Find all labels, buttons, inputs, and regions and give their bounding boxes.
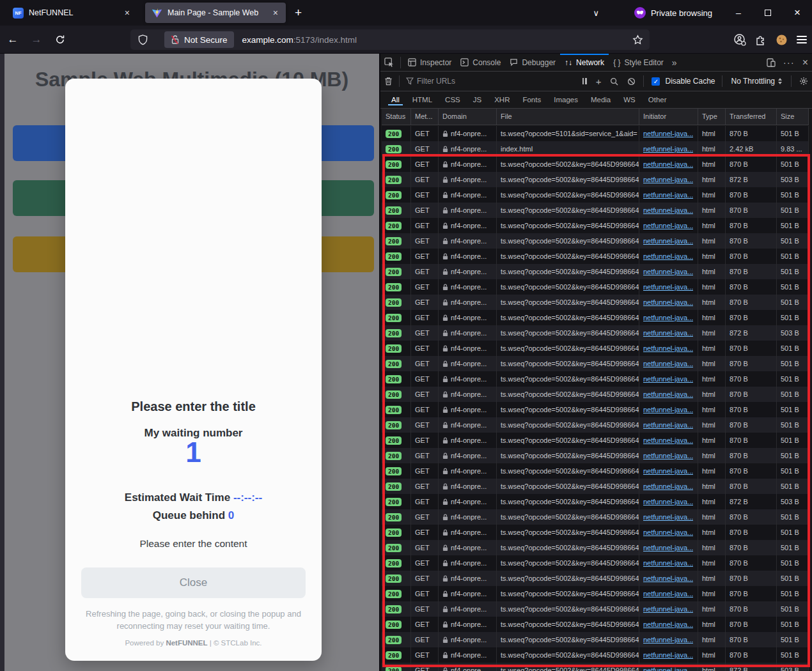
col-type[interactable]: Type	[698, 109, 726, 125]
col-transferred[interactable]: Transferred	[726, 109, 777, 125]
url-bar[interactable]: Not Secure example.com:5173/index.html	[130, 29, 650, 50]
table-row[interactable]: 200 GET nf4-onpre... ts.wseq?opcode=5002…	[382, 387, 809, 402]
filter-css[interactable]: CSS	[439, 93, 466, 106]
initiator-link[interactable]: netfunnel-java...	[643, 586, 693, 601]
node-picker-icon[interactable]	[380, 54, 398, 72]
col-size[interactable]: Size	[777, 109, 809, 125]
table-row[interactable]: 200 GET nf4-onpre... ts.wseq?opcode=5002…	[382, 601, 809, 617]
disable-cache-checkbox[interactable]: ✓	[648, 72, 664, 90]
table-row[interactable]: 200 GET nf4-onpre... ts.wseq?opcode=5101…	[382, 126, 809, 141]
back-button[interactable]: ←	[2, 29, 24, 50]
shield-icon[interactable]	[138, 35, 148, 45]
table-row[interactable]: 200 GET nf4-onpre... ts.wseq?opcode=5002…	[382, 479, 809, 494]
tab-close-icon[interactable]: ×	[123, 8, 131, 18]
initiator-link[interactable]: netfunnel-java...	[643, 417, 693, 433]
pause-icon[interactable]	[579, 72, 591, 90]
col-file[interactable]: File	[497, 109, 639, 125]
table-row[interactable]: 200 GET nf4-onpre... ts.wseq?opcode=5002…	[382, 218, 809, 233]
initiator-link[interactable]: netfunnel-java...	[643, 647, 693, 663]
table-row[interactable]: 200 GET nf4-onpre... ts.wseq?opcode=5002…	[382, 555, 809, 571]
filter-fonts[interactable]: Fonts	[517, 93, 547, 106]
maximize-button[interactable]	[753, 0, 783, 26]
extensions-puzzle-icon[interactable]	[755, 34, 767, 45]
col-method[interactable]: Met...	[411, 109, 439, 125]
table-row[interactable]: 200 GET nf4-onpre... ts.wseq?opcode=5002…	[382, 157, 809, 172]
initiator-link[interactable]: netfunnel-java...	[643, 555, 693, 571]
col-domain[interactable]: Domain	[439, 109, 497, 125]
initiator-link[interactable]: netfunnel-java...	[643, 448, 693, 463]
table-row[interactable]: 200 GET nf4-onpre... ts.wseq?opcode=5002…	[382, 448, 809, 463]
close-button[interactable]: Close	[81, 567, 306, 598]
tab-style-editor[interactable]: { } Style Editor	[609, 54, 668, 72]
initiator-link[interactable]: netfunnel-java...	[643, 494, 693, 509]
filter-ws[interactable]: WS	[618, 93, 641, 106]
block-icon[interactable]	[623, 72, 639, 90]
initiator-link[interactable]: netfunnel-java...	[643, 295, 693, 310]
initiator-link[interactable]: netfunnel-java...	[643, 218, 693, 233]
initiator-link[interactable]: netfunnel-java...	[643, 402, 693, 417]
table-row[interactable]: 200 GET nf4-onpre... ts.wseq?opcode=5002…	[382, 233, 809, 249]
initiator-link[interactable]: netfunnel-java...	[643, 126, 693, 141]
table-row[interactable]: 200 GET nf4-onpre... ts.wseq?opcode=5002…	[382, 371, 809, 387]
initiator-link[interactable]: netfunnel-java...	[643, 479, 693, 494]
table-row[interactable]: 200 GET nf4-onpre... ts.wseq?opcode=5002…	[382, 356, 809, 371]
col-status[interactable]: Status	[382, 109, 411, 125]
table-row[interactable]: 200 GET nf4-onpre... ts.wseq?opcode=5002…	[382, 295, 809, 310]
table-row[interactable]: 200 GET nf4-onpre... ts.wseq?opcode=5002…	[382, 525, 809, 540]
table-row[interactable]: 200 GET nf4-onpre... ts.wseq?opcode=5002…	[382, 509, 809, 525]
bookmark-star-icon[interactable]	[632, 35, 643, 45]
forward-button[interactable]: →	[26, 29, 47, 50]
initiator-link[interactable]: netfunnel-java...	[643, 279, 693, 295]
table-row[interactable]: 200 GET nf4-onpre... ts.wseq?opcode=5002…	[382, 571, 809, 586]
tab-main-page[interactable]: Main Page - Sample Web ×	[145, 3, 286, 23]
table-row[interactable]: 200 GET nf4-onpre... ts.wseq?opcode=5002…	[382, 417, 809, 433]
filter-js[interactable]: JS	[467, 93, 487, 106]
initiator-link[interactable]: netfunnel-java...	[643, 571, 693, 586]
table-row[interactable]: 200 GET nf4-onpre... ts.wseq?opcode=5002…	[382, 632, 809, 647]
menu-hamburger-icon[interactable]	[797, 34, 807, 45]
table-row[interactable]: 200 GET nf4-onpre... ts.wseq?opcode=5002…	[382, 341, 809, 356]
tab-network[interactable]: ↑↓ Network	[560, 54, 609, 72]
tab-close-icon[interactable]: ×	[272, 8, 279, 18]
initiator-link[interactable]: netfunnel-java...	[643, 187, 693, 203]
initiator-link[interactable]: netfunnel-java...	[643, 310, 693, 325]
table-row[interactable]: 200 GET nf4-onpre... ts.wseq?opcode=5002…	[382, 617, 809, 632]
col-initiator[interactable]: Initiator	[639, 109, 698, 125]
initiator-link[interactable]: netfunnel-java...	[643, 433, 693, 448]
initiator-link[interactable]: netfunnel-java...	[643, 617, 693, 632]
initiator-link[interactable]: netfunnel-java...	[643, 371, 693, 387]
initiator-link[interactable]: netfunnel-java...	[643, 601, 693, 617]
search-icon[interactable]	[606, 72, 622, 90]
table-row[interactable]: 200 GET nf4-onpre... ts.wseq?opcode=5002…	[382, 402, 809, 417]
more-tabs-chevron-icon[interactable]: »	[668, 54, 681, 72]
table-row[interactable]: 200 GET nf4-onpre... ts.wseq?opcode=5002…	[382, 647, 809, 663]
table-row[interactable]: 200 GET nf4-onpre... ts.wseq?opcode=5002…	[382, 249, 809, 264]
filter-images[interactable]: Images	[548, 93, 584, 106]
devtools-close-icon[interactable]: ×	[799, 54, 812, 72]
initiator-link[interactable]: netfunnel-java...	[643, 509, 693, 525]
tab-console[interactable]: Console	[456, 54, 505, 72]
table-row[interactable]: 200 GET nf4-onpre... ts.wseq?opcode=5002…	[382, 433, 809, 448]
add-icon[interactable]: +	[592, 72, 605, 90]
table-row[interactable]: 200 GET nf4-onpre... ts.wseq?opcode=5002…	[382, 187, 809, 203]
minimize-button[interactable]: –	[724, 0, 753, 26]
initiator-link[interactable]: netfunnel-java...	[643, 141, 693, 157]
initiator-link[interactable]: netfunnel-java...	[643, 341, 693, 356]
initiator-link[interactable]: netfunnel-java...	[643, 540, 693, 555]
initiator-link[interactable]: netfunnel-java...	[643, 249, 693, 264]
filter-html[interactable]: HTML	[407, 93, 438, 106]
initiator-link[interactable]: netfunnel-java...	[643, 356, 693, 371]
initiator-link[interactable]: netfunnel-java...	[643, 663, 693, 671]
filter-xhr[interactable]: XHR	[488, 93, 515, 106]
initiator-link[interactable]: netfunnel-java...	[643, 525, 693, 540]
filter-all[interactable]: All	[386, 93, 405, 106]
table-row[interactable]: 200 GET nf4-onpre... ts.wseq?opcode=5002…	[382, 540, 809, 555]
list-tabs-chevron-icon[interactable]: ∨	[593, 8, 599, 18]
initiator-link[interactable]: netfunnel-java...	[643, 203, 693, 218]
table-row[interactable]: 200 GET nf4-onpre... ts.wseq?opcode=5002…	[382, 494, 809, 509]
table-row[interactable]: 200 GET nf4-onpre... ts.wseq?opcode=5002…	[382, 463, 809, 479]
table-row[interactable]: 200 GET nf4-onpre... index.html netfunne…	[382, 141, 809, 157]
not-secure-chip[interactable]: Not Secure	[164, 31, 234, 48]
throttling-select[interactable]: No Throttling	[726, 77, 787, 86]
disable-cache-label[interactable]: Disable Cache	[665, 77, 715, 86]
